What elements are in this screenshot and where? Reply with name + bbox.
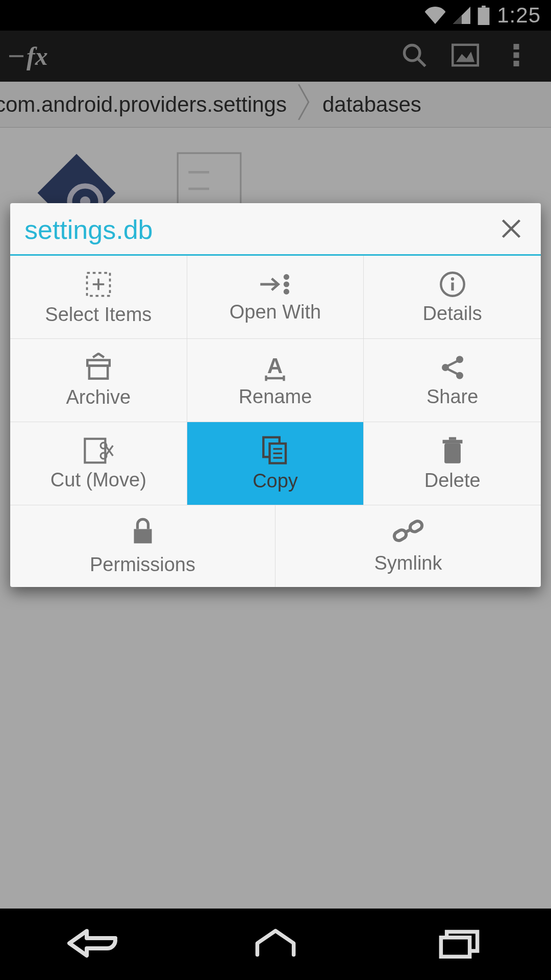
action-permissions[interactable]: Permissions (10, 505, 276, 587)
link-icon (392, 518, 424, 548)
share-icon (438, 353, 467, 382)
svg-point-26 (451, 277, 454, 280)
home-button[interactable] (230, 924, 321, 965)
copy-icon (261, 435, 289, 466)
svg-rect-54 (409, 520, 423, 533)
info-icon (438, 270, 467, 299)
svg-point-23 (284, 281, 289, 287)
svg-rect-56 (441, 938, 469, 957)
rename-icon: A (261, 353, 289, 382)
svg-rect-50 (442, 439, 462, 443)
action-grid: Select Items Open With Details Archive (10, 256, 541, 505)
svg-rect-49 (444, 443, 461, 463)
action-symlink[interactable]: Symlink (276, 505, 541, 587)
open-with-icon (259, 272, 291, 297)
trash-icon (441, 436, 464, 465)
recents-icon (436, 928, 482, 961)
action-label: Delete (424, 470, 481, 492)
svg-line-55 (405, 529, 412, 533)
dialog-title: settings.db (24, 214, 153, 245)
back-button[interactable] (46, 924, 138, 965)
action-label: Select Items (45, 304, 152, 326)
svg-rect-51 (449, 437, 456, 439)
svg-text:A: A (267, 353, 283, 377)
action-delete[interactable]: Delete (364, 422, 541, 505)
svg-rect-53 (393, 528, 408, 542)
action-label: Permissions (90, 554, 195, 576)
action-copy[interactable]: Copy (187, 422, 364, 505)
home-icon (253, 928, 298, 961)
action-label: Details (423, 303, 482, 325)
action-grid-row2: Permissions Symlink (10, 505, 541, 587)
dialog-header: settings.db (10, 203, 541, 256)
action-label: Archive (66, 386, 131, 408)
svg-line-37 (448, 361, 457, 365)
action-archive[interactable]: Archive (10, 339, 187, 422)
action-cut[interactable]: Cut (Move) (10, 422, 187, 505)
select-items-icon (83, 269, 114, 300)
close-button[interactable] (496, 214, 527, 245)
action-label: Share (427, 386, 478, 408)
back-icon (66, 928, 117, 961)
svg-point-22 (284, 274, 289, 280)
recents-button[interactable] (413, 924, 505, 965)
action-label: Symlink (374, 552, 442, 574)
action-share[interactable]: Share (364, 339, 541, 422)
action-select-items[interactable]: Select Items (10, 256, 187, 339)
close-icon (500, 217, 522, 242)
action-label: Rename (239, 386, 312, 408)
context-menu-dialog: settings.db Select Items Open With (10, 203, 541, 587)
screen: 1:25 fx com.android.providers.settings (0, 0, 551, 980)
action-label: Open With (230, 301, 321, 323)
action-label: Cut (Move) (51, 469, 146, 491)
lock-icon (131, 517, 155, 550)
svg-rect-29 (89, 365, 108, 378)
archive-icon (84, 353, 113, 382)
cut-icon (83, 436, 114, 465)
action-label: Copy (253, 470, 298, 492)
svg-line-38 (448, 369, 457, 374)
system-nav-bar (0, 909, 551, 980)
action-open-with[interactable]: Open With (187, 256, 364, 339)
svg-point-24 (284, 288, 289, 294)
action-rename[interactable]: A Rename (187, 339, 364, 422)
action-details[interactable]: Details (364, 256, 541, 339)
svg-rect-52 (134, 529, 152, 544)
